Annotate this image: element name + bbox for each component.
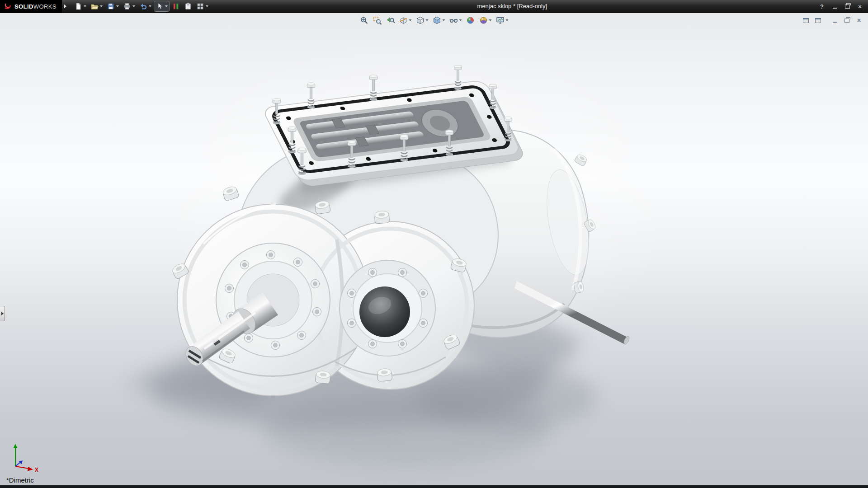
top-cover: [262, 80, 527, 188]
undo-icon: [139, 2, 147, 10]
output-shaft: [514, 281, 630, 345]
document-restore-button[interactable]: [842, 16, 851, 25]
section-view-button[interactable]: [398, 15, 413, 26]
document-window-controls: ×: [801, 16, 863, 25]
dropdown-caret-icon[interactable]: [459, 19, 462, 21]
housing-neck: [235, 141, 498, 307]
solidworks-logo: SOLIDWORKS: [0, 0, 62, 13]
minimize-icon: [833, 22, 837, 23]
dropdown-caret-icon[interactable]: [489, 19, 492, 21]
flange-bolts: [171, 185, 467, 384]
front-housing: [177, 204, 474, 396]
save-button[interactable]: [105, 1, 120, 11]
tile-icon: [815, 18, 821, 23]
hide-show-items-icon: [449, 16, 458, 25]
input-shaft: [182, 292, 278, 369]
cover-gasket: [271, 86, 511, 173]
reference-triad: X: [8, 442, 44, 474]
apply-scene-button[interactable]: [478, 15, 493, 26]
orientation-label: *Dimetric: [6, 476, 34, 484]
print-icon: [123, 2, 131, 10]
dropdown-caret-icon[interactable]: [426, 19, 429, 21]
output-bearing-cover: [340, 260, 435, 356]
solidworks-logo-icon: [4, 2, 12, 10]
window-restore-button[interactable]: [843, 2, 852, 11]
document-tile-button[interactable]: [813, 16, 822, 25]
options-button[interactable]: [195, 1, 210, 11]
dropdown-caret-icon[interactable]: [149, 5, 151, 7]
view-settings-button[interactable]: [495, 15, 509, 26]
select-button[interactable]: [154, 1, 169, 11]
zoom-to-area-button[interactable]: [372, 15, 383, 26]
select-icon: [156, 2, 164, 10]
document-minimize-button[interactable]: [830, 16, 839, 25]
previous-view-button[interactable]: [385, 15, 396, 26]
gearbox-model: [0, 13, 868, 488]
cascade-icon: [803, 18, 809, 23]
view-settings-icon: [496, 16, 505, 25]
view-orientation-icon: [416, 16, 425, 25]
window-titlebar: SOLIDWORKS menjac sklop * [Read-only] ?×: [0, 0, 868, 13]
new-icon: [74, 2, 82, 10]
hide-show-items-button[interactable]: [448, 15, 463, 26]
graphics-viewport[interactable]: × X *Dimetric: [0, 13, 868, 488]
zoom-to-area-icon: [373, 16, 382, 25]
dropdown-caret-icon[interactable]: [84, 5, 86, 7]
featuremanager-collapsed-tab[interactable]: [0, 306, 5, 321]
shift-rails: [304, 110, 425, 152]
dropdown-caret-icon[interactable]: [116, 5, 119, 7]
dropdown-caret-icon[interactable]: [443, 19, 445, 21]
restore-icon: [845, 5, 850, 9]
open-icon: [90, 2, 99, 10]
restore-icon: [844, 19, 849, 23]
model-shadow: [122, 271, 597, 465]
window-help-button[interactable]: ?: [817, 2, 826, 11]
window-minimize-button[interactable]: [830, 2, 839, 11]
previous-view-icon: [386, 16, 395, 25]
brand-bold: SOLID: [14, 3, 33, 10]
edit-appearance-button[interactable]: [465, 15, 476, 26]
selection-filter-icon: [172, 2, 180, 10]
dropdown-caret-icon[interactable]: [165, 5, 168, 7]
dropdown-caret-icon[interactable]: [100, 5, 103, 7]
window-title: menjac sklop * [Read-only]: [477, 0, 547, 13]
edit-appearance-icon: [466, 16, 475, 25]
brand-light: WORKS: [33, 3, 57, 10]
window-controls: ?×: [817, 0, 864, 13]
dropdown-caret-icon[interactable]: [409, 19, 412, 21]
brand-text: SOLIDWORKS: [14, 3, 57, 10]
properties-button[interactable]: [183, 1, 193, 11]
dropdown-caret-icon[interactable]: [506, 19, 509, 21]
apply-scene-icon: [479, 16, 488, 25]
properties-icon: [184, 2, 192, 10]
new-button[interactable]: [73, 1, 88, 11]
open-button[interactable]: [89, 1, 104, 11]
dropdown-caret-icon[interactable]: [132, 5, 135, 7]
triad-x-label: X: [35, 467, 38, 473]
dropdown-caret-icon[interactable]: [206, 5, 208, 7]
save-icon: [107, 2, 115, 10]
zoom-to-fit-button[interactable]: [359, 15, 370, 26]
undo-button[interactable]: [138, 1, 153, 11]
display-style-icon: [433, 16, 442, 25]
minimize-icon: [833, 8, 837, 9]
menu-expand-arrow-icon[interactable]: [64, 4, 66, 9]
window-close-button[interactable]: ×: [855, 2, 864, 11]
view-orientation-button[interactable]: [415, 15, 429, 26]
section-view-icon: [399, 16, 408, 25]
display-style-button[interactable]: [432, 15, 446, 26]
rear-housing: [402, 121, 597, 338]
cover-studs: [273, 65, 512, 175]
input-bearing-boss: [216, 243, 330, 357]
document-close-button[interactable]: ×: [854, 16, 863, 25]
heads-up-view-toolbar: [359, 15, 509, 26]
taskbar-edge: [0, 485, 868, 488]
expand-arrow-icon: [1, 312, 4, 315]
main-toolbar: [73, 1, 210, 11]
options-icon: [196, 2, 204, 10]
zoom-to-fit-icon: [360, 16, 369, 25]
print-button[interactable]: [122, 1, 137, 11]
selection-filter-button[interactable]: [170, 1, 181, 11]
document-cascade-button[interactable]: [801, 16, 810, 25]
